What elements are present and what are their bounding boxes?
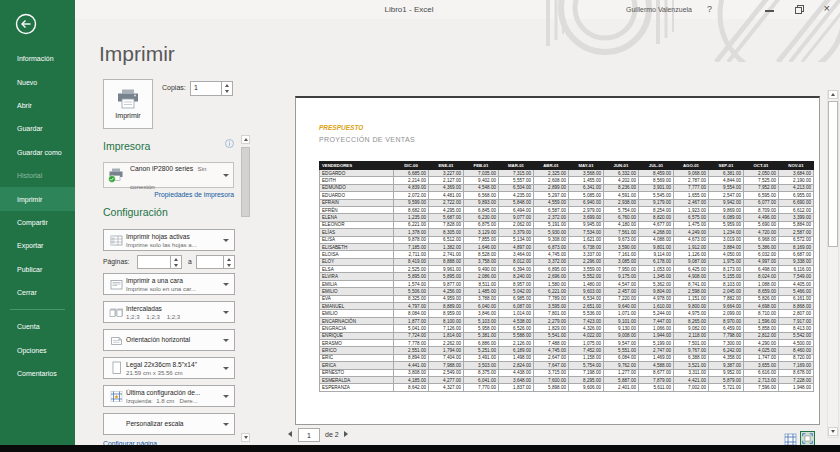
setting-scaling[interactable]: Personalizar escala: [103, 413, 235, 435]
sales-value-cell: 1,480.00: [569, 280, 604, 287]
setting-subtitle: 1;2;3 1;2;3 1;2;3: [126, 313, 234, 320]
copies-value[interactable]: 1: [191, 82, 221, 95]
zoom-to-page-icon[interactable]: [800, 431, 815, 446]
sales-value-cell: 1,071.00: [604, 310, 639, 317]
pages-from-decrement-icon[interactable]: [171, 262, 181, 268]
settings-scroll-up-icon[interactable]: [241, 135, 250, 144]
sidebar-item-opciones[interactable]: Opciones: [0, 339, 75, 362]
setting-margins[interactable]: Última configuración de... Izquierda: 1.…: [103, 385, 235, 407]
sales-value-cell: 4,295.00: [429, 206, 464, 213]
preview-scrollbar-thumb[interactable]: [828, 101, 838, 247]
sales-value-cell: 7,950.00: [604, 266, 639, 273]
pages-from-value[interactable]: [138, 256, 170, 268]
sales-value-cell: 5,297.00: [534, 192, 569, 199]
account-user-name[interactable]: Guillermo Valenzuela: [626, 6, 692, 13]
vendor-name-cell: ELISA: [320, 236, 394, 243]
sales-value-cell: 8,012.00: [499, 258, 534, 265]
sidebar-item-compartir[interactable]: Compartir: [0, 211, 75, 234]
print-button[interactable]: Imprimir: [103, 79, 153, 129]
setting-collation[interactable]: Intercaladas 1;2;3 1;2;3 1;2;3: [103, 301, 235, 323]
current-page-input[interactable]: 1: [298, 428, 320, 442]
sales-value-cell: 9,762.00: [604, 362, 639, 369]
sales-value-cell: 8,254.00: [639, 206, 674, 213]
sales-value-cell: 5,687.00: [429, 214, 464, 221]
table-row: ERICA4,441.007,988.003,503.002,824.007,6…: [320, 362, 814, 369]
sidebar-item-informacion[interactable]: Información: [0, 47, 75, 70]
sales-value-cell: 9,877.00: [429, 280, 464, 287]
sales-value-cell: 9,308.00: [534, 236, 569, 243]
sidebar-item-publicar[interactable]: Publicar: [0, 258, 75, 281]
sidebar-item-exportar[interactable]: Exportar: [0, 234, 75, 257]
sidebar-item-nuevo[interactable]: Nuevo: [0, 70, 75, 93]
sales-value-cell: 5,552.00: [569, 273, 604, 280]
sidebar-item-comentarios[interactable]: Comentarios: [0, 362, 75, 385]
restore-icon[interactable]: [795, 5, 804, 14]
sales-value-cell: 5,103.00: [464, 317, 499, 324]
vendor-name-cell: ELISABETH: [320, 243, 394, 250]
help-icon[interactable]: ?: [707, 4, 712, 14]
info-icon[interactable]: [225, 139, 234, 148]
pages-conjunction: a: [188, 258, 192, 265]
sales-value-cell: 4,235.00: [499, 192, 534, 199]
close-icon[interactable]: ×: [824, 2, 830, 14]
collated-pages-icon: [108, 306, 124, 319]
page-title: Imprimir: [99, 42, 175, 66]
sales-value-cell: 9,804.00: [639, 288, 674, 295]
sidebar-item-guardar-como[interactable]: Guardar como: [0, 141, 75, 164]
sales-value-cell: 9,402.00: [464, 177, 499, 184]
vendor-name-cell: EDMUNDO: [320, 184, 394, 191]
sidebar-item-imprimir[interactable]: Imprimir: [0, 187, 75, 210]
sidebar-item-cerrar[interactable]: Cerrar: [0, 281, 75, 304]
sales-value-cell: 9,942.00: [709, 199, 744, 206]
sales-value-cell: 6,968.00: [744, 236, 779, 243]
sales-value-cell: 8,024.00: [744, 273, 779, 280]
table-row: EMILIA1,574.009,877.008,511.008,957.001,…: [320, 280, 814, 287]
copies-decrement-icon[interactable]: [222, 89, 232, 96]
sales-value-cell: 6,089.00: [709, 214, 744, 221]
sales-value-cell: 2,126.00: [499, 339, 534, 346]
setting-orientation[interactable]: Orientación horizontal: [103, 329, 235, 351]
sales-value-cell: 6,221.00: [394, 221, 429, 228]
preview-scroll-up-icon[interactable]: [828, 90, 838, 99]
settings-scroll-down-icon[interactable]: [241, 433, 250, 442]
setting-print-what[interactable]: Imprimir hojas activas Imprime solo las …: [103, 229, 235, 251]
table-header-cell: VENDEDORES: [320, 162, 394, 170]
sales-value-cell: 8,325.00: [394, 295, 429, 302]
sales-value-cell: 6,041.00: [464, 376, 499, 383]
previous-page-icon[interactable]: [288, 431, 292, 437]
backstage-sidebar: InformaciónNuevoAbrirGuardarGuardar como…: [0, 0, 75, 452]
sales-value-cell: 1,455.00: [569, 177, 604, 184]
sidebar-item-abrir[interactable]: Abrir: [0, 94, 75, 117]
sidebar-item-cuenta[interactable]: Cuenta: [0, 315, 75, 338]
sales-value-cell: 7,161.00: [604, 251, 639, 258]
sales-value-cell: 2,587.00: [779, 229, 814, 236]
print-preview-page: PRESPUESTO PROYECCIÓN DE VENTAS VENDEDOR…: [295, 96, 820, 425]
sales-value-cell: 4,202.00: [604, 177, 639, 184]
setting-duplex[interactable]: Imprimir a una cara Imprime solo en una …: [103, 273, 235, 295]
vendor-name-cell: EDGARDO: [320, 170, 394, 177]
setting-paper-size[interactable]: Legal 22x36cm 8.5"x14" 21.59 cm x 35.56 …: [103, 357, 235, 379]
back-arrow-icon[interactable]: [15, 13, 37, 35]
printer-select[interactable]: Canon iP2800 series Sin conexión: [103, 162, 234, 188]
sales-value-cell: 4,897.00: [499, 243, 534, 250]
copies-stepper[interactable]: 1: [190, 81, 233, 96]
pages-from-stepper[interactable]: [137, 255, 182, 269]
copies-label: Copias:: [162, 84, 186, 91]
sales-value-cell: 6,687.00: [779, 251, 814, 258]
pages-to-value[interactable]: [197, 256, 223, 268]
printer-properties-link[interactable]: Propiedades de impresora: [103, 191, 234, 198]
minimize-icon[interactable]: [765, 10, 774, 12]
vendor-name-cell: EFRAÍN: [320, 199, 394, 206]
preview-scroll-down-icon[interactable]: [828, 427, 838, 436]
settings-scrollbar-thumb[interactable]: [241, 147, 250, 217]
sidebar-item-guardar[interactable]: Guardar: [0, 117, 75, 140]
sales-value-cell: 4,797.00: [394, 303, 429, 310]
pages-to-decrement-icon[interactable]: [224, 262, 234, 268]
sales-value-cell: 6,494.00: [499, 206, 534, 213]
one-sided-page-icon: [108, 278, 124, 291]
pages-to-stepper[interactable]: [196, 255, 235, 269]
sales-value-cell: 5,134.00: [499, 236, 534, 243]
taskbar-strip: [0, 445, 840, 452]
next-page-icon[interactable]: [344, 431, 348, 437]
table-row: ENRIQUE7,724.001,814.005,381.005,588.005…: [320, 332, 814, 339]
